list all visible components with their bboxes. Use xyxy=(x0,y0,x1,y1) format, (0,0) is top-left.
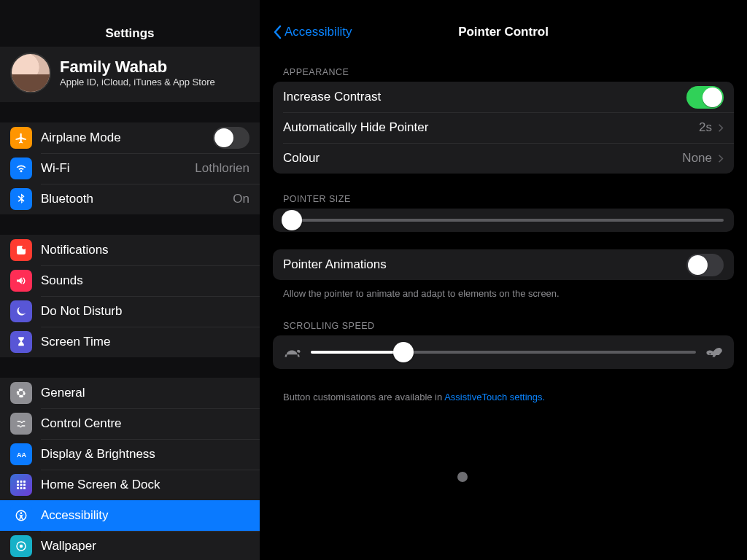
airplane-label: Airplane Mode xyxy=(41,131,121,145)
sliders-icon xyxy=(10,413,32,435)
pointer-animations-row[interactable]: Pointer Animations xyxy=(273,249,734,280)
sidebar-item-wallpaper[interactable]: Wallpaper xyxy=(0,531,260,560)
notifications-label: Notifications xyxy=(41,243,109,257)
wifi-value: Lothlorien xyxy=(195,161,249,176)
detail-title: Pointer Control xyxy=(458,25,549,39)
apple-id-row[interactable]: Family Wahab Apple ID, iCloud, iTunes & … xyxy=(0,47,260,102)
back-label: Accessibility xyxy=(285,25,352,39)
auto-hide-value: 2s xyxy=(699,120,712,135)
bluetooth-icon xyxy=(10,188,32,210)
pointer-animations-label: Pointer Animations xyxy=(283,257,387,272)
accessibility-icon xyxy=(10,505,32,526)
home-screen-label: Home Screen & Dock xyxy=(41,478,160,492)
hare-icon xyxy=(705,346,724,359)
sidebar-item-dnd[interactable]: Do Not Disturb xyxy=(0,296,260,327)
scrolling-speed-card xyxy=(273,335,734,369)
notifications-icon xyxy=(10,239,32,261)
chevron-left-icon xyxy=(273,25,283,39)
hourglass-icon xyxy=(10,331,32,353)
sidebar-item-control-centre[interactable]: Control Centre xyxy=(0,408,260,439)
svg-rect-4 xyxy=(20,481,23,483)
increase-contrast-label: Increase Contrast xyxy=(283,90,381,104)
svg-point-15 xyxy=(20,545,23,548)
auto-hide-row[interactable]: Automatically Hide Pointer 2s xyxy=(273,112,734,143)
chevron-right-icon xyxy=(718,154,724,163)
display-icon: AA xyxy=(10,443,32,465)
airplane-toggle[interactable] xyxy=(213,127,249,149)
footer-pretext: Button customisations are available in xyxy=(283,392,444,402)
scrolling-speed-header: SCROLLING SPEED xyxy=(273,300,734,335)
appearance-header: APPEARANCE xyxy=(273,47,734,82)
airplane-icon xyxy=(10,127,32,149)
screentime-label: Screen Time xyxy=(41,335,110,349)
chevron-right-icon xyxy=(718,123,724,133)
svg-rect-9 xyxy=(17,487,19,489)
avatar xyxy=(10,52,51,93)
sidebar-item-airplane-mode[interactable]: Airplane Mode xyxy=(0,122,260,153)
profile-subtitle: Apple ID, iCloud, iTunes & App Store xyxy=(60,77,215,88)
moon-icon xyxy=(10,300,32,322)
svg-rect-3 xyxy=(17,481,19,483)
grid-icon xyxy=(10,474,32,496)
svg-rect-10 xyxy=(20,487,23,489)
colour-row[interactable]: Colour None xyxy=(273,143,734,174)
wifi-label: Wi-Fi xyxy=(41,161,70,176)
svg-point-13 xyxy=(20,512,23,514)
detail-pane: Accessibility Pointer Control APPEARANCE… xyxy=(260,0,747,560)
increase-contrast-row[interactable]: Increase Contrast xyxy=(273,82,734,112)
wallpaper-icon xyxy=(10,535,32,557)
sidebar-item-notifications[interactable]: Notifications xyxy=(0,235,260,265)
colour-value: None xyxy=(682,151,712,166)
assistivetouch-link[interactable]: AssistiveTouch settings. xyxy=(444,392,545,402)
sidebar-title: Settings xyxy=(0,0,260,47)
sidebar-item-home-screen[interactable]: Home Screen & Dock xyxy=(0,470,260,500)
scrolling-speed-slider[interactable] xyxy=(311,351,696,354)
animations-footer: Allow the pointer to animate and adapt t… xyxy=(273,280,734,300)
sidebar-item-sounds[interactable]: Sounds xyxy=(0,265,260,296)
bluetooth-label: Bluetooth xyxy=(41,192,93,206)
sidebar-item-bluetooth[interactable]: Bluetooth On xyxy=(0,184,260,214)
gear-icon xyxy=(10,382,32,404)
svg-rect-8 xyxy=(23,483,26,486)
svg-text:AA: AA xyxy=(17,451,26,459)
pointer-animations-toggle[interactable] xyxy=(686,254,724,276)
svg-rect-11 xyxy=(23,487,26,489)
sounds-icon xyxy=(10,270,32,292)
auto-hide-label: Automatically Hide Pointer xyxy=(283,120,428,135)
sidebar-item-display[interactable]: AA Display & Brightness xyxy=(0,439,260,470)
sidebar-item-wifi[interactable]: Wi-Fi Lothlorien xyxy=(0,153,260,184)
sidebar-item-screentime[interactable]: Screen Time xyxy=(0,327,260,357)
dnd-label: Do Not Disturb xyxy=(41,304,122,319)
pointer-size-header: POINTER SIZE xyxy=(273,174,734,209)
pointer-cursor xyxy=(457,472,468,482)
colour-label: Colour xyxy=(283,151,320,166)
sidebar-item-accessibility[interactable]: Accessibility xyxy=(0,500,260,531)
wifi-menu-icon xyxy=(10,158,32,179)
tortoise-icon xyxy=(283,346,302,359)
control-centre-label: Control Centre xyxy=(41,416,122,431)
svg-rect-5 xyxy=(23,481,26,483)
profile-name: Family Wahab xyxy=(60,58,215,77)
display-label: Display & Brightness xyxy=(41,447,155,462)
svg-rect-7 xyxy=(20,483,23,486)
settings-sidebar: Settings Family Wahab Apple ID, iCloud, … xyxy=(0,0,260,560)
sounds-label: Sounds xyxy=(41,273,83,288)
accessibility-label: Accessibility xyxy=(41,508,109,523)
pointer-size-slider[interactable] xyxy=(283,219,724,222)
svg-rect-6 xyxy=(17,483,19,486)
svg-point-1 xyxy=(22,245,26,249)
back-button[interactable]: Accessibility xyxy=(273,25,352,39)
assistivetouch-footer: Button customisations are available in A… xyxy=(273,369,734,404)
pointer-size-slider-card xyxy=(273,209,734,232)
wallpaper-label: Wallpaper xyxy=(41,539,96,553)
general-label: General xyxy=(41,386,85,400)
bluetooth-value: On xyxy=(233,192,249,206)
increase-contrast-toggle[interactable] xyxy=(686,86,724,109)
sidebar-item-general[interactable]: General xyxy=(0,378,260,408)
